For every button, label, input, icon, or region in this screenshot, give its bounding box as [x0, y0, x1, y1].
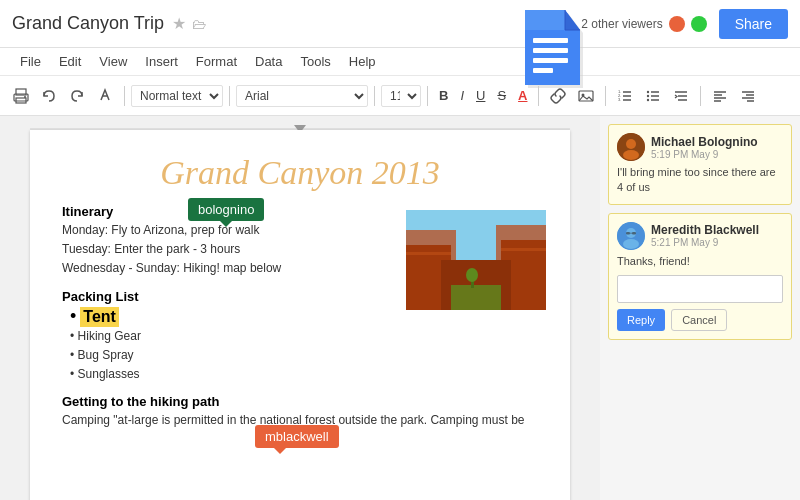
commenter-name-2: Meredith Blackwell: [651, 223, 759, 237]
svg-rect-6: [533, 58, 568, 63]
toolbar-sep-1: [124, 86, 125, 106]
commenter-name-1: Michael Bolognino: [651, 135, 758, 149]
italic-button[interactable]: I: [455, 84, 469, 107]
toolbar-sep-2: [229, 86, 230, 106]
menu-format[interactable]: Format: [188, 50, 245, 73]
svg-rect-56: [632, 232, 636, 235]
share-button[interactable]: Share: [719, 9, 788, 39]
svg-rect-3: [525, 10, 565, 30]
reply-input[interactable]: [617, 275, 783, 303]
comment-meta-2: Meredith Blackwell 5:21 PM May 9: [651, 223, 759, 248]
menu-tools[interactable]: Tools: [292, 50, 338, 73]
menu-file[interactable]: File: [12, 50, 49, 73]
doc-page[interactable]: bolognino Grand Canyon 2013 Itinerary Mo…: [30, 130, 570, 500]
menu-help[interactable]: Help: [341, 50, 384, 73]
comment-text-2: Thanks, friend!: [617, 254, 783, 269]
copy-format-button[interactable]: [92, 84, 118, 108]
canyon-illustration: [406, 210, 546, 310]
align-left-button[interactable]: [707, 84, 733, 108]
menu-bar: File Edit View Insert Format Data Tools …: [0, 48, 800, 76]
svg-text:3.: 3.: [618, 97, 621, 102]
svg-point-51: [623, 150, 639, 160]
svg-point-26: [647, 98, 649, 100]
svg-rect-47: [406, 252, 451, 255]
bold-button[interactable]: B: [434, 84, 453, 107]
indent-button[interactable]: [668, 84, 694, 108]
comment-time-1: 5:19 PM May 9: [651, 149, 758, 160]
bolognino-tooltip: bolognino: [188, 198, 264, 221]
menu-insert[interactable]: Insert: [137, 50, 186, 73]
comment-text-1: I'll bring mine too since there are 4 of…: [617, 165, 783, 196]
svg-rect-55: [626, 232, 630, 235]
redo-button[interactable]: [64, 84, 90, 108]
folder-icon[interactable]: 🗁: [192, 16, 206, 32]
comment-header-1: Michael Bolognino 5:19 PM May 9: [617, 133, 783, 161]
toolbar: Normal text Heading 1 Heading 2 Arial Ti…: [0, 76, 800, 116]
viewers-count: 2 other viewers: [581, 17, 662, 31]
print-button[interactable]: [8, 84, 34, 108]
bullet-tent: •: [70, 306, 76, 327]
svg-point-46: [466, 268, 478, 282]
reply-button[interactable]: Reply: [617, 309, 665, 331]
doc-title: Grand Canyon Trip: [12, 13, 164, 34]
viewer-dot-2: [691, 16, 707, 32]
gdocs-logo: [505, 0, 585, 90]
align-right-button[interactable]: [735, 84, 761, 108]
toolbar-sep-3: [374, 86, 375, 106]
svg-point-54: [623, 239, 639, 249]
toolbar-sep-7: [700, 86, 701, 106]
toolbar-sep-6: [605, 86, 606, 106]
svg-marker-2: [565, 10, 580, 30]
comment-meta-1: Michael Bolognino 5:19 PM May 9: [651, 135, 758, 160]
ul-button[interactable]: [640, 84, 666, 108]
svg-point-24: [647, 90, 649, 92]
packing-item-3: • Sunglasses: [70, 365, 538, 384]
comment-header-2: Meredith Blackwell 5:21 PM May 9: [617, 222, 783, 250]
svg-rect-5: [533, 48, 568, 53]
svg-point-25: [647, 94, 649, 96]
tent-item: Tent: [80, 307, 119, 327]
main-area: bolognino Grand Canyon 2013 Itinerary Mo…: [0, 116, 800, 500]
comment-actions: Reply Cancel: [617, 309, 783, 331]
toolbar-sep-4: [427, 86, 428, 106]
comments-panel: Michael Bolognino 5:19 PM May 9 I'll bri…: [600, 116, 800, 500]
comment-time-2: 5:21 PM May 9: [651, 237, 759, 248]
style-select[interactable]: Normal text Heading 1 Heading 2: [131, 85, 223, 107]
svg-point-11: [24, 96, 26, 98]
packing-item-2: • Bug Spray: [70, 346, 538, 365]
svg-point-50: [626, 139, 636, 149]
title-bar: Grand Canyon Trip ★ 🗁 ▶ 2 other viewers: [0, 0, 800, 48]
svg-rect-4: [533, 38, 568, 43]
menu-view[interactable]: View: [91, 50, 135, 73]
cancel-button[interactable]: Cancel: [671, 309, 727, 331]
comment-card-1: Michael Bolognino 5:19 PM May 9 I'll bri…: [608, 124, 792, 205]
document-title: Grand Canyon 2013: [62, 154, 538, 192]
comment-card-2: Meredith Blackwell 5:21 PM May 9 Thanks,…: [608, 213, 792, 340]
star-icon[interactable]: ★: [172, 14, 186, 33]
underline-button[interactable]: U: [471, 84, 490, 107]
svg-rect-7: [533, 68, 553, 73]
viewer-dot-1: [669, 16, 685, 32]
ol-button[interactable]: 1.2.3.: [612, 84, 638, 108]
svg-rect-48: [501, 248, 546, 251]
font-select[interactable]: Arial Times New Roman: [236, 85, 368, 107]
svg-rect-44: [451, 285, 501, 310]
avatar-michael: [617, 133, 645, 161]
hiking-heading: Getting to the hiking path: [62, 394, 538, 409]
packing-item-1: • Hiking Gear: [70, 327, 538, 346]
avatar-meredith: [617, 222, 645, 250]
undo-button[interactable]: [36, 84, 62, 108]
menu-edit[interactable]: Edit: [51, 50, 89, 73]
menu-data[interactable]: Data: [247, 50, 290, 73]
doc-area: bolognino Grand Canyon 2013 Itinerary Mo…: [0, 116, 600, 500]
size-select[interactable]: 11 12 14: [381, 85, 421, 107]
viewers-area: ▶ 2 other viewers: [567, 16, 706, 32]
mblackwell-tooltip: mblackwell: [255, 425, 339, 448]
